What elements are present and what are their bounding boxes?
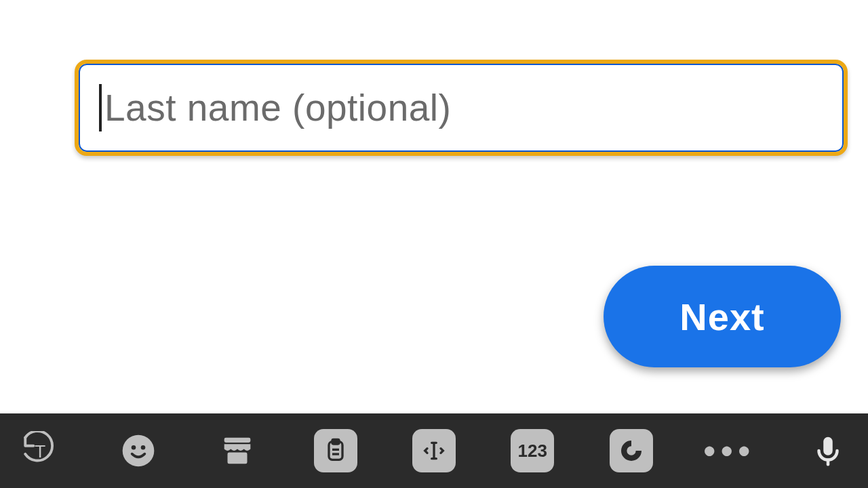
mic-icon[interactable]: [806, 428, 850, 473]
svg-point-2: [132, 445, 136, 450]
svg-rect-5: [227, 452, 247, 464]
emoji-icon[interactable]: [116, 428, 161, 473]
svg-point-1: [123, 435, 155, 467]
numpad-icon[interactable]: 123: [510, 428, 555, 473]
svg-point-3: [141, 445, 146, 450]
next-button[interactable]: Next: [604, 266, 841, 367]
numpad-label: 123: [518, 441, 547, 462]
typing-mode-icon[interactable]: T: [18, 428, 62, 473]
signup-name-step: Next T: [0, 0, 868, 488]
clipboard-icon[interactable]: [313, 428, 358, 473]
more-icon[interactable]: •••: [707, 428, 752, 473]
store-icon[interactable]: [215, 428, 260, 473]
svg-rect-4: [224, 438, 250, 443]
last-name-input[interactable]: [103, 85, 823, 130]
svg-rect-7: [332, 439, 339, 444]
text-edit-icon[interactable]: [412, 428, 456, 473]
grammar-icon[interactable]: [609, 428, 654, 473]
last-name-field-wrap[interactable]: [75, 60, 848, 156]
keyboard-toolbar: T: [0, 413, 868, 488]
text-caret: [99, 84, 102, 131]
svg-rect-10: [823, 437, 833, 455]
svg-text:T: T: [35, 441, 45, 462]
